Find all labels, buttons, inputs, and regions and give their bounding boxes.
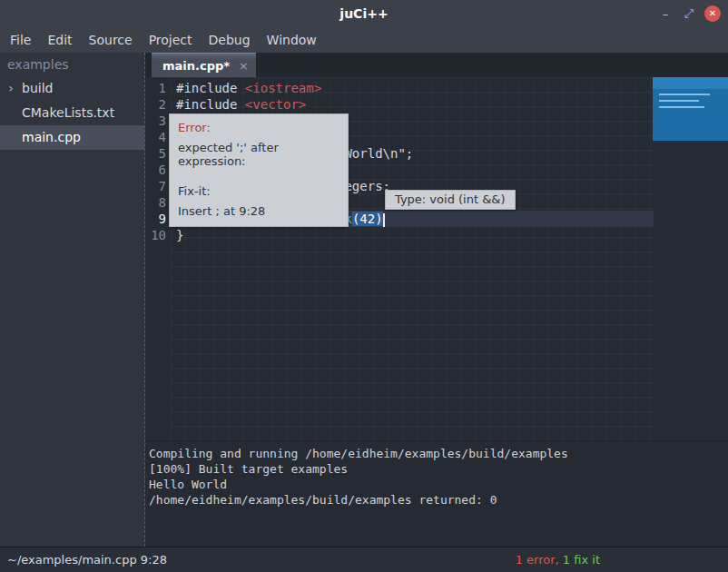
status-error-count: 1 error — [516, 553, 556, 567]
tree-item-label: CMakeLists.txt — [0, 101, 114, 125]
status-diagnostics: 1 error, 1 fix it — [516, 547, 600, 572]
line-number: 3 — [145, 113, 171, 129]
fixit-tooltip-title: Fix-it: — [178, 184, 339, 198]
overview-panel — [653, 77, 728, 141]
error-tooltip-message: expected ';' after expression: — [178, 141, 339, 168]
line-number: 7 — [145, 178, 171, 194]
code-line[interactable]: } — [171, 227, 654, 243]
terminal-line: [100%] Built target examples — [149, 461, 728, 477]
overview-panel-line — [659, 106, 704, 108]
terminal-line: Hello World — [149, 477, 728, 492]
status-separator: , — [556, 553, 563, 567]
line-number: 8 — [145, 194, 171, 211]
menu-item-window[interactable]: Window — [259, 27, 325, 53]
code-text: <vector> — [245, 97, 306, 112]
terminal-line: /home/eidheim/examples/build/examples re… — [149, 492, 728, 508]
minimize-icon[interactable]: – — [654, 7, 677, 21]
tab-main-cpp[interactable]: main.cpp* × — [152, 53, 256, 77]
tree-item-cmakelists.txt[interactable]: CMakeLists.txt — [0, 101, 144, 125]
line-number: 1 — [145, 80, 171, 96]
menu-item-edit[interactable]: Edit — [39, 27, 80, 53]
line-number: 6 — [145, 162, 171, 178]
overview-panel-band — [653, 77, 728, 89]
menu-item-debug[interactable]: Debug — [201, 27, 259, 53]
text-cursor — [383, 213, 385, 227]
menubar: FileEditSourceProjectDebugWindow — [0, 27, 728, 53]
error-tooltip: Error: expected ';' after expression: Fi… — [169, 113, 349, 227]
selected-text: (42) — [352, 212, 383, 226]
code-text: } — [176, 228, 183, 242]
maximize-icon[interactable]: ⤢ — [677, 6, 701, 21]
status-file-path: ~/examples/main.cpp 9:28 — [7, 547, 167, 572]
tree-item-label: build — [18, 76, 53, 101]
close-icon[interactable]: ✕ — [704, 5, 721, 22]
line-number: 10 — [145, 227, 171, 243]
code-line[interactable]: #include <vector> — [171, 96, 654, 113]
project-name: examples — [0, 53, 144, 76]
window-controls: – ⤢ ✕ — [654, 0, 728, 27]
line-number: 9 — [145, 211, 171, 227]
tree-item-label: main.cpp — [0, 125, 81, 150]
editor: 12345678910 #include <iostream>#include … — [145, 77, 728, 440]
line-number: 5 — [145, 145, 171, 162]
line-number: 2 — [145, 96, 171, 113]
line-number: 4 — [145, 129, 171, 145]
terminal-line: Compiling and running /home/eidheim/exam… — [149, 446, 728, 461]
menu-item-file[interactable]: File — [2, 27, 39, 53]
code-line[interactable]: #include <iostream> — [171, 80, 654, 96]
app-window: juCi++ – ⤢ ✕ FileEditSourceProjectDebugW… — [0, 0, 728, 572]
overview-panel-line — [659, 100, 699, 102]
overview-panel-line — [659, 94, 710, 95]
menu-item-source[interactable]: Source — [81, 27, 141, 53]
terminal-output[interactable]: Compiling and running /home/eidheim/exam… — [145, 440, 728, 547]
file-tree: ›buildCMakeLists.txtmain.cpp — [0, 76, 144, 150]
code-text: #include — [176, 81, 245, 95]
fixit-tooltip-message: Insert ; at 9:28 — [178, 204, 339, 218]
tabbar: main.cpp* × — [145, 53, 728, 77]
menu-item-project[interactable]: Project — [141, 27, 201, 53]
line-number-gutter: 12345678910 — [145, 80, 171, 243]
statusbar: ~/examples/main.cpp 9:28 1 error, 1 fix … — [0, 547, 728, 572]
tree-item-main.cpp[interactable]: main.cpp — [0, 125, 144, 150]
window-title: juCi++ — [0, 0, 728, 27]
chevron-right-icon[interactable]: › — [4, 76, 18, 101]
error-tooltip-title: Error: — [178, 121, 339, 134]
tab-label: main.cpp* — [162, 59, 230, 73]
type-tooltip: Type: void (int &&) — [385, 190, 516, 210]
status-fixit-count: 1 fix it — [563, 553, 600, 567]
tree-item-build[interactable]: ›build — [0, 76, 144, 101]
tab-close-icon[interactable]: × — [239, 59, 249, 73]
titlebar[interactable]: juCi++ – ⤢ ✕ — [0, 0, 728, 28]
code-text: #include — [176, 97, 245, 112]
code-text: <iostream> — [245, 81, 321, 95]
sidebar: examples ›buildCMakeLists.txtmain.cpp — [0, 53, 145, 547]
